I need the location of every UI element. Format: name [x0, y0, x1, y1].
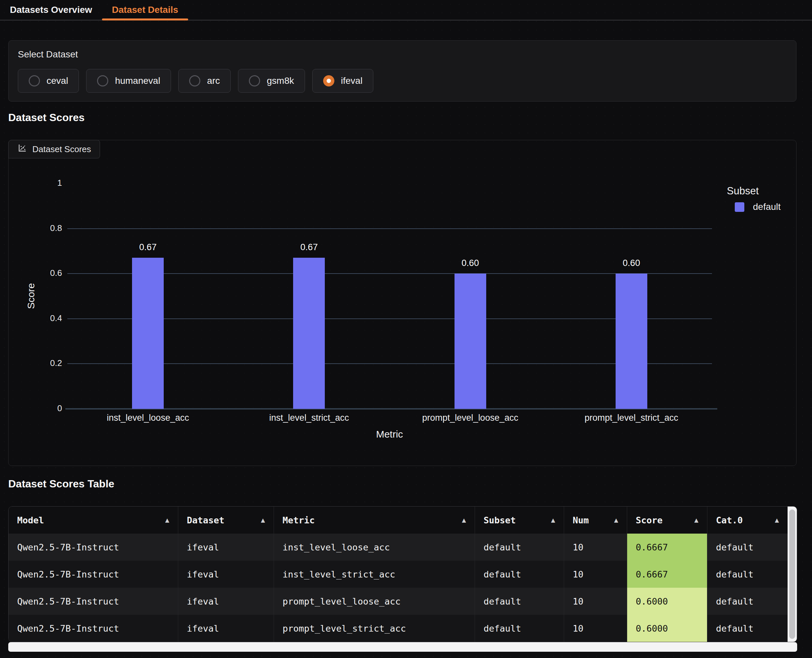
column-header-dataset[interactable]: Dataset▲ — [178, 506, 274, 534]
table-row: Qwen2.5-7B-Instructifevalprompt_level_lo… — [9, 588, 788, 615]
cell-subset[interactable]: default — [475, 588, 564, 615]
sort-arrow-icon[interactable]: ▲ — [694, 516, 698, 524]
dataset-radio-ifeval[interactable]: ifeval — [312, 69, 373, 93]
radio-label: ifeval — [341, 75, 362, 86]
select-dataset-label: Select Dataset — [18, 49, 787, 60]
sort-arrow-icon[interactable]: ▲ — [551, 516, 555, 524]
y-tick-label: 0.2 — [32, 358, 62, 368]
bar-inst_level_loose_acc[interactable] — [132, 258, 164, 409]
cell-cat0[interactable]: default — [707, 534, 788, 561]
table-row: Qwen2.5-7B-Instructifevalinst_level_stri… — [9, 561, 788, 588]
cell-subset[interactable]: default — [475, 561, 564, 588]
y-axis-title: Score — [25, 283, 37, 309]
dataset-radio-arc[interactable]: arc — [178, 69, 231, 93]
horizontal-scrollbar[interactable] — [8, 642, 797, 652]
column-header-score[interactable]: Score▲ — [627, 506, 707, 534]
x-tick-label: prompt_level_loose_acc — [384, 413, 556, 423]
radio-label: gsm8k — [267, 75, 294, 86]
dataset-radio-group: cevalhumanevalarcgsm8kifeval — [18, 69, 787, 93]
radio-circle-icon — [323, 75, 334, 86]
cell-num[interactable]: 10 — [564, 588, 627, 615]
bar-prompt_level_loose_acc[interactable] — [455, 274, 486, 409]
vertical-scrollbar[interactable] — [788, 506, 797, 642]
dataset-scores-table-heading: Dataset Scores Table — [8, 478, 114, 490]
gridline — [67, 228, 712, 229]
cell-num[interactable]: 10 — [564, 615, 627, 642]
sort-arrow-icon[interactable]: ▲ — [775, 516, 779, 524]
select-dataset-panel: Select Dataset cevalhumanevalarcgsm8kife… — [8, 40, 796, 102]
cell-num[interactable]: 10 — [564, 534, 627, 561]
column-header-label: Score — [636, 515, 663, 525]
radio-label: arc — [207, 75, 220, 86]
chart-tab-button[interactable]: Dataset Scores — [8, 140, 100, 158]
column-header-label: Cat.0 — [716, 515, 743, 525]
cell-subset[interactable]: default — [475, 534, 564, 561]
cell-score[interactable]: 0.6667 — [627, 534, 707, 561]
legend-label: default — [753, 202, 781, 212]
y-tick-label: 1 — [32, 178, 62, 188]
sort-arrow-icon[interactable]: ▲ — [165, 516, 169, 524]
legend-swatch — [735, 202, 745, 212]
bar-value-label: 0.67 — [115, 242, 181, 252]
bar-value-label: 0.60 — [599, 258, 665, 268]
vertical-scrollbar-thumb[interactable] — [789, 509, 795, 639]
dataset-scores-heading: Dataset Scores — [8, 111, 85, 124]
column-header-label: Subset — [484, 515, 516, 525]
radio-circle-icon — [249, 75, 260, 86]
bar-prompt_level_strict_acc[interactable] — [616, 274, 647, 409]
column-header-num[interactable]: Num▲ — [564, 506, 627, 534]
cell-subset[interactable]: default — [475, 615, 564, 642]
column-header-cat0[interactable]: Cat.0▲ — [707, 506, 788, 534]
y-tick-label: 0 — [32, 403, 62, 414]
dataset-scores-chart: Dataset Scores 00.20.40.60.810.67inst_le… — [8, 140, 796, 466]
bar-value-label: 0.67 — [276, 242, 342, 252]
sort-arrow-icon[interactable]: ▲ — [462, 516, 466, 524]
x-axis-title: Metric — [376, 429, 403, 440]
cell-score[interactable]: 0.6000 — [627, 615, 707, 642]
dataset-radio-humaneval[interactable]: humaneval — [86, 69, 171, 93]
cell-metric[interactable]: inst_level_loose_acc — [274, 534, 475, 561]
cell-dataset[interactable]: ifeval — [178, 615, 274, 642]
tab-datasets-overview[interactable]: Datasets Overview — [0, 0, 102, 20]
table-row: Qwen2.5-7B-Instructifevalprompt_level_st… — [9, 615, 788, 642]
x-tick-label: inst_level_loose_acc — [62, 413, 234, 423]
scatter-chart-icon — [17, 143, 27, 155]
cell-metric[interactable]: inst_level_strict_acc — [274, 561, 475, 588]
cell-model[interactable]: Qwen2.5-7B-Instruct — [9, 561, 178, 588]
cell-cat0[interactable]: default — [707, 561, 788, 588]
x-tick-label: prompt_level_strict_acc — [546, 413, 717, 423]
cell-num[interactable]: 10 — [564, 561, 627, 588]
dataset-radio-ceval[interactable]: ceval — [18, 69, 79, 93]
column-header-label: Model — [17, 515, 44, 525]
cell-cat0[interactable]: default — [707, 615, 788, 642]
dataset-radio-gsm8k[interactable]: gsm8k — [238, 69, 305, 93]
y-tick-label: 0.4 — [32, 313, 62, 323]
sort-arrow-icon[interactable]: ▲ — [614, 516, 618, 524]
dataset-scores-table: Model▲Dataset▲Metric▲Subset▲Num▲Score▲Ca… — [8, 506, 797, 642]
cell-dataset[interactable]: ifeval — [178, 561, 274, 588]
table-header-row: Model▲Dataset▲Metric▲Subset▲Num▲Score▲Ca… — [9, 506, 788, 534]
cell-dataset[interactable]: ifeval — [178, 534, 274, 561]
cell-dataset[interactable]: ifeval — [178, 588, 274, 615]
cell-model[interactable]: Qwen2.5-7B-Instruct — [9, 534, 178, 561]
radio-circle-icon — [29, 75, 40, 86]
cell-metric[interactable]: prompt_level_strict_acc — [274, 615, 475, 642]
table-row: Qwen2.5-7B-Instructifevalinst_level_loos… — [9, 534, 788, 561]
column-header-subset[interactable]: Subset▲ — [475, 506, 564, 534]
radio-label: humaneval — [115, 75, 160, 86]
cell-score[interactable]: 0.6000 — [627, 588, 707, 615]
column-header-model[interactable]: Model▲ — [9, 506, 178, 534]
bar-value-label: 0.60 — [437, 258, 503, 268]
tab-dataset-details[interactable]: Dataset Details — [102, 0, 188, 20]
chart-tab-label: Dataset Scores — [32, 144, 91, 154]
legend-item-default[interactable]: default — [735, 202, 781, 212]
bar-inst_level_strict_acc[interactable] — [293, 258, 325, 409]
cell-score[interactable]: 0.6667 — [627, 561, 707, 588]
column-header-metric[interactable]: Metric▲ — [274, 506, 475, 534]
cell-metric[interactable]: prompt_level_loose_acc — [274, 588, 475, 615]
cell-cat0[interactable]: default — [707, 588, 788, 615]
cell-model[interactable]: Qwen2.5-7B-Instruct — [9, 588, 178, 615]
cell-model[interactable]: Qwen2.5-7B-Instruct — [9, 615, 178, 642]
sort-arrow-icon[interactable]: ▲ — [261, 516, 265, 524]
y-tick-label: 0.6 — [32, 268, 62, 278]
